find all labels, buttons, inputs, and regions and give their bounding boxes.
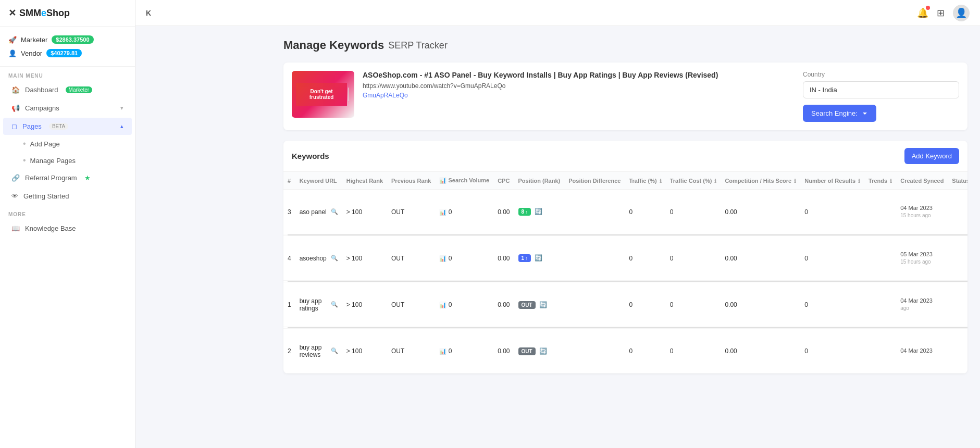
user-avatar[interactable]: 👤 [953, 5, 970, 21]
keywords-table-wrap: # Keyword URL Highest Rank Previous Rank… [283, 172, 967, 374]
cell-position: OUT 🔄 [514, 282, 565, 327]
grid-icon[interactable]: ⊞ [937, 7, 945, 19]
cell-search-vol: 📊 0 [435, 282, 493, 327]
cell-keyword: buy app reviews 🔍 [295, 329, 342, 374]
logo-text: SMMeShop [19, 8, 70, 19]
main-content: Manage Keywords SERP Tracker Don't get f… [271, 26, 980, 448]
marketer-account[interactable]: 🚀 Marketer $2863.37500 [8, 33, 127, 46]
sidebar-item-dashboard[interactable]: 🏠 Dashboard Marketer [3, 81, 132, 98]
country-select[interactable]: IN - India [803, 81, 959, 98]
pages-submenu: Add Page Manage Pages [0, 135, 135, 169]
table-row: 3 aso panel 🔍 > 100 OUT 📊 0 0.00 8↑ 🔄 0 … [283, 190, 967, 234]
add-keyword-button[interactable]: Add Keyword [904, 148, 959, 164]
sidebar-item-getting-started[interactable]: 👁 Getting Started [3, 188, 132, 205]
logo-x-icon: ✕ [8, 7, 16, 19]
sidebar-item-pages[interactable]: ◻ Pages BETA ▴ [3, 118, 132, 135]
cell-position: 1↑ 🔄 [514, 236, 565, 281]
add-page-label: Add Page [30, 140, 60, 148]
page-header: Manage Keywords SERP Tracker [283, 39, 967, 52]
col-created: Created Synced [896, 172, 948, 190]
cell-highest-rank: > 100 [342, 190, 387, 234]
position-badge: 8↑ [518, 208, 531, 216]
col-traffic: Traffic (%) ℹ [625, 172, 665, 190]
col-cpc: CPC [493, 172, 514, 190]
cell-keyword: asoeshop 🔍 [295, 236, 342, 281]
cell-num-results: 0 [800, 236, 864, 281]
sidebar-item-add-page[interactable]: Add Page [17, 135, 135, 152]
cell-traffic: 0 [625, 190, 665, 234]
vendor-balance: $40279.81 [46, 49, 82, 57]
cell-traffic-cost: 0 [666, 236, 721, 281]
pages-arrow: ▴ [120, 123, 123, 130]
pages-icon: ◻ [11, 122, 17, 130]
cell-highest-rank: > 100 [342, 282, 387, 327]
cell-trends [864, 282, 896, 327]
cell-keyword: aso panel 🔍 [295, 190, 342, 234]
col-position: Position (Rank) [514, 172, 565, 190]
dashboard-badge: Marketer [66, 86, 92, 93]
search-engine-button[interactable]: Search Engine: [803, 105, 876, 122]
main-menu-label: MAIN MENU [0, 67, 135, 81]
knowledge-base-label: Knowledge Base [25, 225, 76, 232]
notification-dot [926, 6, 930, 10]
cell-cpc: 0.00 [493, 190, 514, 234]
col-search-vol: 📊 Search Volume [435, 172, 493, 190]
cell-created: 04 Mar 2023 ago [896, 282, 948, 327]
getting-started-label: Getting Started [23, 192, 69, 200]
cell-created: 05 Mar 2023 15 hours ago [896, 236, 948, 281]
sidebar-item-referral[interactable]: 🔗 Referral Program ★ [3, 169, 132, 186]
table-row: 1 buy app ratings 🔍 > 100 OUT 📊 0 0.00 O… [283, 282, 967, 327]
refresh-icon[interactable]: 🔄 [535, 254, 542, 262]
vendor-label: Vendor [21, 49, 42, 57]
app-url-link[interactable]: GmuApRALeQo [363, 92, 795, 99]
position-badge: OUT [518, 301, 536, 309]
cell-status [948, 282, 967, 327]
refresh-icon[interactable]: 🔄 [539, 347, 547, 355]
page-subtitle: SERP Tracker [388, 40, 448, 51]
notification-bell[interactable]: 🔔 [917, 7, 928, 19]
sidebar-item-knowledge-base[interactable]: 📖 Knowledge Base [3, 220, 132, 237]
keyword-search-icon[interactable]: 🔍 [331, 255, 338, 262]
app-thumbnail: Don't get frustrated [292, 71, 354, 118]
cell-num-results: 0 [800, 190, 864, 234]
cell-pos-diff [564, 190, 625, 234]
app-info: ASOeShop.com - #1 ASO Panel - Buy Keywor… [363, 71, 795, 99]
keywords-table: # Keyword URL Highest Rank Previous Rank… [283, 172, 967, 374]
keywords-card: Keywords Add Keyword # Keyword URL Highe… [283, 141, 967, 374]
cell-pos-diff [564, 329, 625, 374]
chevron-down-icon [862, 110, 868, 117]
sidebar: ✕ SMMeShop 🚀 Marketer $2863.37500 👤 Vend… [0, 0, 135, 448]
accounts-section: 🚀 Marketer $2863.37500 👤 Vendor $40279.8… [0, 27, 135, 67]
cell-competition: 0.00 [721, 236, 800, 281]
marketer-label: Marketer [21, 36, 47, 44]
logo-smm: SMM [19, 8, 41, 18]
sidebar-item-campaigns[interactable]: 📢 Campaigns ▾ [3, 99, 132, 117]
cell-competition: 0.00 [721, 282, 800, 327]
keywords-title: Keywords [292, 152, 329, 160]
refresh-icon[interactable]: 🔄 [535, 208, 542, 215]
keyword-search-icon[interactable]: 🔍 [331, 301, 338, 308]
dashboard-icon: 🏠 [11, 86, 20, 94]
cell-status [948, 329, 967, 374]
vendor-account[interactable]: 👤 Vendor $40279.81 [8, 46, 127, 60]
topbar: K 🔔 ⊞ 👤 [135, 0, 980, 26]
col-highest-rank: Highest Rank [342, 172, 387, 190]
keyword-search-icon[interactable]: 🔍 [331, 347, 338, 354]
cell-cpc: 0.00 [493, 329, 514, 374]
cell-pos-diff [564, 236, 625, 281]
keyword-search-icon[interactable]: 🔍 [331, 208, 338, 215]
marketer-balance: $2863.37500 [52, 35, 93, 44]
topbar-right: 🔔 ⊞ 👤 [917, 5, 970, 21]
sidebar-item-manage-pages[interactable]: Manage Pages [17, 152, 135, 169]
col-competition: Competition / Hits Score ℹ [721, 172, 800, 190]
cell-search-vol: 📊 0 [435, 329, 493, 374]
refresh-icon[interactable]: 🔄 [539, 301, 547, 308]
cell-search-vol: 📊 0 [435, 190, 493, 234]
logo-e: e [41, 8, 46, 18]
cell-prev-rank: OUT [387, 236, 435, 281]
col-num: # [283, 172, 295, 190]
cell-competition: 0.00 [721, 329, 800, 374]
cell-num: 3 [283, 190, 295, 234]
cell-traffic: 0 [625, 236, 665, 281]
cell-created: 04 Mar 2023 15 hours ago [896, 190, 948, 234]
